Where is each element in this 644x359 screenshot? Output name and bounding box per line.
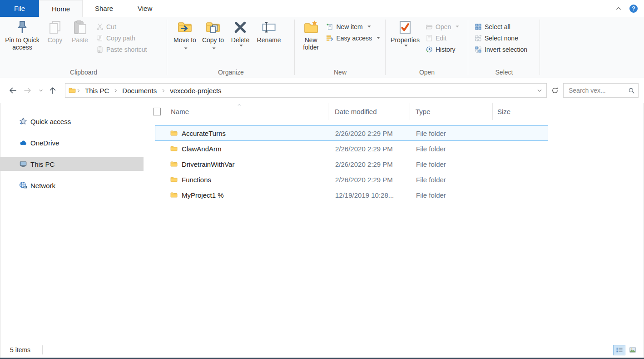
paste-shortcut-icon — [96, 46, 104, 53]
copy-to-caret-icon — [212, 47, 216, 50]
tab-home[interactable]: Home — [39, 0, 83, 17]
ribbon-tab-bar: File Home Share View ? — [0, 0, 644, 17]
sidebar-item-quick-access[interactable]: Quick access — [0, 115, 144, 128]
file-row-accurateturns[interactable]: AccurateTurns 2/26/2020 2:29 PM File fol… — [155, 125, 548, 141]
new-folder-icon — [304, 20, 318, 35]
file-row-clawandarm[interactable]: ClawAndArm 2/26/2020 2:29 PM File folder — [155, 141, 548, 156]
copy-path-button[interactable]: Copy path — [93, 32, 151, 44]
file-row-drivetrainwithvar[interactable]: DrivetrainWithVar 2/26/2020 2:29 PM File… — [155, 156, 548, 172]
refresh-button[interactable] — [549, 84, 561, 97]
easy-access-caret-icon — [376, 37, 380, 39]
file-date-modified: 2/26/2020 2:29 PM — [329, 176, 411, 184]
file-list-pane: Name Date modified Type Size AccurateT — [144, 103, 644, 342]
navigation-pane: Quick access OneDrive This PC Network — [0, 103, 144, 342]
organize-group-label: Organize — [167, 69, 295, 76]
move-to-button[interactable]: Move to — [171, 18, 198, 51]
select-all-icon — [475, 23, 482, 30]
open-caret-icon — [456, 25, 459, 28]
type-column-label: Type — [416, 108, 431, 115]
sidebar-item-network[interactable]: Network — [0, 179, 144, 192]
address-bar[interactable]: This PC Documents vexcode-projects — [65, 83, 547, 98]
copy-to-button[interactable]: Copy to — [199, 18, 227, 51]
move-to-label: Move to — [173, 36, 196, 44]
file-name: DrivetrainWithVar — [182, 160, 234, 168]
rename-icon — [262, 20, 276, 35]
edit-icon — [426, 35, 433, 42]
file-name: MyProject1 % — [182, 191, 224, 199]
paste-shortcut-button[interactable]: Paste shortcut — [93, 44, 151, 55]
select-none-button[interactable]: Select none — [471, 32, 531, 44]
breadcrumb-documents[interactable]: Documents — [118, 87, 161, 95]
copy-button[interactable]: Copy — [43, 18, 67, 44]
up-button[interactable] — [47, 85, 58, 96]
status-divider — [42, 345, 43, 354]
ribbon-group-new: New folder New item Easy access New — [295, 17, 386, 78]
forward-icon — [24, 86, 32, 95]
easy-access-button[interactable]: Easy access — [322, 32, 384, 44]
sort-ascending-icon — [237, 103, 242, 107]
easy-access-label: Easy access — [336, 35, 372, 42]
file-type: File folder — [411, 160, 493, 168]
collapse-ribbon-icon[interactable] — [615, 5, 622, 12]
column-header-size[interactable]: Size — [493, 103, 547, 120]
rename-label: Rename — [257, 36, 281, 44]
paste-button[interactable]: Paste — [68, 18, 92, 44]
properties-caret-icon — [404, 45, 408, 47]
folder-icon — [170, 176, 178, 183]
column-header-name[interactable]: Name — [144, 103, 328, 120]
invert-selection-button[interactable]: Invert selection — [471, 44, 531, 55]
search-input[interactable] — [568, 86, 628, 95]
column-headers: Name Date modified Type Size — [144, 103, 644, 120]
tab-share[interactable]: Share — [83, 0, 125, 17]
column-header-type[interactable]: Type — [410, 103, 493, 120]
chevron-down-icon — [38, 88, 44, 93]
select-all-checkbox[interactable] — [153, 108, 161, 115]
select-all-button[interactable]: Select all — [471, 21, 531, 32]
new-folder-button[interactable]: New folder — [300, 18, 322, 51]
rename-button[interactable]: Rename — [254, 18, 284, 44]
sidebar-network-label: Network — [30, 182, 55, 189]
recent-locations-button[interactable] — [37, 85, 44, 96]
forward-button[interactable] — [22, 85, 33, 96]
pin-to-quick-access-button[interactable]: Pin to Quick access — [2, 18, 42, 51]
new-item-button[interactable]: New item — [322, 21, 384, 32]
delete-button[interactable]: Delete — [228, 18, 253, 47]
move-to-icon — [178, 20, 192, 35]
file-type: File folder — [411, 176, 493, 184]
move-to-caret-icon — [184, 47, 188, 50]
file-rows: AccurateTurns 2/26/2020 2:29 PM File fol… — [144, 120, 644, 203]
file-menu-button[interactable]: File — [0, 0, 39, 17]
address-folder-icon — [69, 87, 76, 94]
breadcrumb-vexcode-projects[interactable]: vexcode-projects — [166, 87, 225, 95]
ribbon: Pin to Quick access Copy Paste Cut — [0, 17, 644, 78]
paste-label: Paste — [72, 36, 88, 44]
history-icon — [426, 46, 433, 53]
back-icon — [9, 86, 17, 95]
tab-view[interactable]: View — [125, 0, 164, 17]
cut-button[interactable]: Cut — [93, 21, 151, 32]
invert-selection-label: Invert selection — [485, 46, 527, 53]
sidebar-item-this-pc[interactable]: This PC — [0, 157, 144, 171]
help-icon[interactable]: ? — [629, 5, 638, 13]
name-column-label: Name — [171, 108, 189, 115]
column-header-date-modified[interactable]: Date modified — [328, 103, 410, 120]
breadcrumb-this-pc[interactable]: This PC — [81, 87, 113, 95]
large-icons-view-button[interactable] — [626, 345, 639, 355]
details-view-button[interactable] — [613, 345, 625, 355]
search-icon[interactable] — [628, 87, 635, 94]
file-name: AccurateTurns — [182, 130, 226, 137]
edit-button[interactable]: Edit — [422, 32, 463, 44]
properties-label: Properties — [391, 36, 420, 44]
date-modified-column-label: Date modified — [335, 108, 377, 115]
properties-button[interactable]: Properties — [389, 18, 421, 47]
sidebar-item-onedrive[interactable]: OneDrive — [0, 136, 144, 150]
file-row-myproject1[interactable]: MyProject1 % 12/19/2019 10:28... File fo… — [155, 187, 548, 203]
history-button[interactable]: History — [422, 44, 463, 55]
delete-label: Delete — [231, 36, 249, 44]
file-row-functions[interactable]: Functions 2/26/2020 2:29 PM File folder — [155, 172, 548, 187]
file-name: ClawAndArm — [182, 145, 222, 153]
open-button[interactable]: Open — [422, 21, 463, 32]
clipboard-group-label: Clipboard — [0, 69, 167, 76]
back-button[interactable] — [7, 85, 18, 96]
address-dropdown-icon[interactable] — [536, 87, 543, 94]
